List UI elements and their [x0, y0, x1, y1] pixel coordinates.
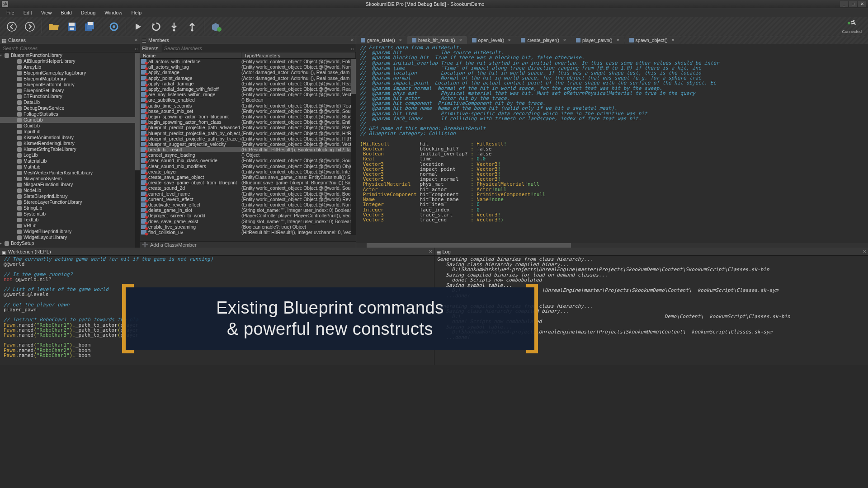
menu-debug[interactable]: Debug [76, 9, 100, 16]
member-row[interactable]: clear_sound_mix_modifiers(Entity world_c… [140, 164, 356, 169]
editor-tab[interactable]: create_player()✕ [516, 36, 571, 44]
tree-item[interactable]: MathLib [0, 164, 140, 170]
close-icon[interactable]: ✕ [429, 249, 432, 254]
tree-item[interactable]: BlueprintSetLibrary [0, 88, 140, 94]
close-icon[interactable]: ✕ [671, 38, 675, 42]
menu-view[interactable]: View [37, 9, 57, 16]
close-icon[interactable]: ✕ [616, 38, 620, 42]
compile-button[interactable] [208, 19, 224, 34]
close-icon[interactable]: ✕ [350, 38, 354, 42]
member-row[interactable]: clear_sound_mix_class_override(Entity wo… [140, 158, 356, 163]
tree-item[interactable]: StereoLayerFunctionLibrary [0, 199, 140, 205]
close-icon[interactable]: ✕ [508, 38, 511, 42]
search-members-input[interactable] [161, 46, 349, 51]
forward-button[interactable] [22, 19, 38, 34]
member-row[interactable]: enable_live_streaming(Boolean enable?: t… [140, 224, 356, 230]
tree-item[interactable]: StringLib [0, 205, 140, 211]
member-row[interactable]: blueprint_suggest_projectile_velocity(En… [140, 141, 356, 147]
tree-item[interactable]: VRLib [0, 223, 140, 229]
member-row[interactable]: does_save_game_exist(String slot_name: "… [140, 218, 356, 224]
tree-item[interactable]: ArrayLib [0, 64, 140, 70]
member-row[interactable]: all_actors_with_interface(Entity world_c… [140, 59, 356, 64]
member-row[interactable]: are_any_listeners_within_range(Entity wo… [140, 92, 356, 97]
member-row[interactable]: delete_game_in_slot(String slot_name: ""… [140, 207, 356, 213]
col-type[interactable]: Type/Parameters [241, 52, 356, 58]
member-row[interactable]: blueprint_predict_projectile_path_advanc… [140, 125, 356, 130]
editor-tab[interactable]: break_hit_result()✕ [407, 36, 467, 44]
tree-item[interactable]: MeshVertexPainterKismetLibrary [0, 170, 140, 176]
menu-help[interactable]: Help [127, 9, 146, 16]
search-classes-input[interactable] [0, 46, 132, 51]
member-row[interactable]: audio_time_seconds(Entity world_context_… [140, 103, 356, 108]
tree-item[interactable]: KismetAnimationLibrary [0, 135, 140, 141]
member-row[interactable]: current_reverb_effect(Entity world_conte… [140, 197, 356, 202]
member-row[interactable]: deactivate_reverb_effect(Entity world_co… [140, 202, 356, 207]
member-row[interactable]: all_actors_with_tag(Entity world_context… [140, 64, 356, 70]
tree-item[interactable]: DataLib [0, 99, 140, 105]
close-icon[interactable]: ✕ [863, 249, 866, 254]
tree-item[interactable]: TextLib [0, 217, 140, 223]
tree-item[interactable]: MaterialLib [0, 158, 140, 164]
code-editor[interactable]: // Extracts data from a HitResult. // @p… [356, 44, 868, 243]
member-row[interactable]: cancel_async_loading() Object [140, 152, 356, 158]
col-name[interactable]: Name [140, 52, 241, 58]
tree-item[interactable]: WidgetBlueprintLibrary [0, 229, 140, 235]
member-row[interactable]: create_save_game_object(EntityClass save… [140, 174, 356, 180]
editor-tab[interactable]: game_state()✕ [356, 36, 407, 44]
filters-dropdown[interactable]: Filters ▾ [140, 44, 161, 52]
member-row[interactable]: begin_spawning_actor_from_blueprint(Enti… [140, 114, 356, 119]
tree-item[interactable]: BlueprintMapLibrary [0, 76, 140, 82]
menu-build[interactable]: Build [56, 9, 76, 16]
step-out-button[interactable] [184, 19, 200, 34]
member-row[interactable]: apply_point_damage(Actor damaged_actor: … [140, 75, 356, 81]
member-row[interactable]: blueprint_predict_projectile_path_by_tra… [140, 136, 356, 141]
tree-item[interactable]: KismetRenderingLibrary [0, 141, 140, 146]
member-row[interactable]: blueprint_predict_projectile_path_by_obj… [140, 130, 356, 136]
tree-item[interactable]: FoliageStatistics [0, 111, 140, 117]
tree-item[interactable]: GameLib [0, 117, 140, 123]
menu-file[interactable]: File [2, 9, 19, 16]
close-icon[interactable]: ✕ [563, 38, 566, 42]
table-header[interactable]: Name Type/Parameters [140, 52, 356, 59]
member-row[interactable]: base_sound_mix_set(Entity world_context_… [140, 108, 356, 114]
tree-item[interactable]: NavigationSystem [0, 176, 140, 182]
search-icon[interactable]: ⌕ [132, 46, 140, 51]
scrollbar[interactable] [135, 52, 140, 248]
tree-item[interactable]: BTFunctionLibrary [0, 94, 140, 99]
member-row[interactable]: break_hit_result(HitResult hit: HitResul… [140, 147, 356, 152]
tree-item[interactable]: SystemLib [0, 211, 140, 217]
maximize-icon[interactable]: □ [849, 1, 857, 7]
scrollbar-h[interactable] [356, 243, 868, 248]
member-row[interactable]: find_collision_uv(HitResult hit: HitResu… [140, 230, 356, 235]
tree-item[interactable]: DebugDrawService [0, 105, 140, 111]
open-folder-button[interactable] [46, 19, 61, 34]
menu-edit[interactable]: Edit [19, 9, 37, 16]
tree-item[interactable]: AIBlueprintHelperLibrary [0, 58, 140, 64]
play-button[interactable] [130, 19, 146, 34]
step-into-button[interactable] [166, 19, 182, 34]
tree-item[interactable]: KismetStringTableLibrary [0, 146, 140, 152]
tree-item[interactable]: SlateBlueprintLibrary [0, 193, 140, 199]
minimize-icon[interactable]: _ [840, 1, 848, 7]
tree-item[interactable]: NiagaraFunctionLibrary [0, 182, 140, 188]
tree-item[interactable]: WidgetLayoutLibrary [0, 235, 140, 240]
close-icon[interactable]: ✕ [459, 38, 462, 42]
member-row[interactable]: apply_radial_damage(Entity world_context… [140, 81, 356, 86]
editor-tab[interactable]: spawn_object()✕ [625, 36, 679, 44]
add-member-button[interactable]: ➕ Add a Class/Member [140, 241, 356, 248]
tree-item[interactable]: GuidLib [0, 123, 140, 129]
editor-tab[interactable]: player_pawn()✕ [571, 36, 624, 44]
tree-item[interactable]: InputLib [0, 129, 140, 135]
settings-button[interactable] [106, 19, 122, 34]
member-row[interactable]: create_sound_2d(Entity world_context_obj… [140, 185, 356, 191]
menu-window[interactable]: Window [100, 9, 127, 16]
tree-item[interactable]: LogLib [0, 152, 140, 158]
save-button[interactable] [64, 19, 80, 34]
save-all-button[interactable] [82, 19, 98, 34]
tree-item[interactable]: BlueprintPlatformLibrary [0, 82, 140, 88]
back-button[interactable] [4, 19, 19, 34]
search-icon[interactable]: ⌕ [349, 46, 356, 51]
tree-item[interactable]: BlueprintGameplayTagLibrary [0, 70, 140, 76]
class-tree[interactable]: ▾BlueprintFunctionLibrary AIBlueprintHel… [0, 52, 140, 248]
scrollbar[interactable] [351, 59, 356, 235]
